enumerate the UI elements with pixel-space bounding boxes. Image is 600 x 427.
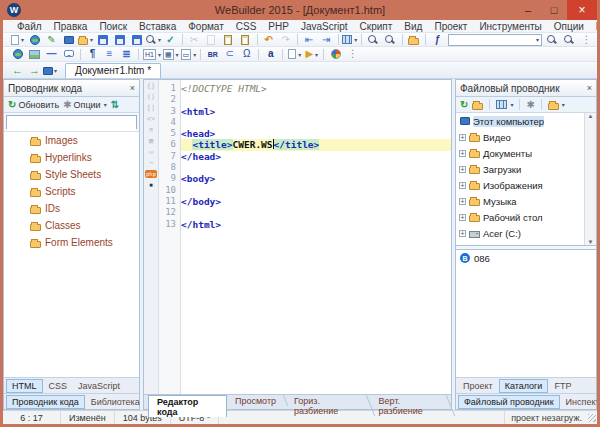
find-next-button[interactable] — [562, 33, 577, 46]
tree-item-images[interactable]: Images — [4, 132, 139, 149]
heading-dropdown[interactable]: H1▾ — [143, 48, 161, 61]
tree-item-classes[interactable]: Classes — [4, 217, 139, 234]
color-picker-button[interactable] — [328, 48, 343, 61]
fe-item-desktop[interactable]: +Рабочий стол — [456, 209, 596, 225]
tab-lang-0[interactable]: HTML — [6, 379, 43, 393]
code-explorer-close-icon[interactable]: × — [130, 83, 135, 93]
toolbar2-overflow-button[interactable]: ⋮ — [345, 48, 360, 61]
spell-check-button[interactable]: ✓ — [163, 33, 178, 46]
fe-options-button[interactable]: ✱ — [525, 100, 535, 110]
quick-insert-dropdown[interactable]: ▶▾ — [304, 48, 319, 61]
options-button[interactable]: ✱ Опции ▾ — [62, 100, 108, 110]
paste-button[interactable] — [221, 33, 236, 46]
resize-grip[interactable] — [588, 414, 596, 422]
frame-icon[interactable]: ▭ — [149, 148, 153, 156]
tree-item-scripts[interactable]: Scripts — [4, 183, 139, 200]
undo-button[interactable]: ↶ — [261, 33, 276, 46]
view-tab-2[interactable]: Гориз. разбиение — [286, 395, 371, 416]
view-tab-1[interactable]: Просмотр — [227, 395, 286, 406]
outdent-button[interactable]: ⇤ — [302, 33, 317, 46]
minimize-button[interactable]: – — [515, 0, 541, 20]
tab-right-bottom-1[interactable]: Инспект — [561, 396, 600, 408]
form-dropdown[interactable]: ▭▾ — [181, 48, 197, 61]
tab-right-bottom-0[interactable]: Файловый проводник — [458, 395, 560, 409]
menu-item-file[interactable]: Файл — [11, 21, 48, 32]
menu-item-tools[interactable]: Инструменты — [473, 21, 547, 32]
expand-icon[interactable]: + — [459, 182, 466, 189]
tree-item-ids[interactable]: IDs — [4, 200, 139, 217]
box-icon[interactable]: ▤ — [149, 137, 153, 145]
fe-item-documents[interactable]: +Документы — [456, 145, 596, 161]
nbsp-button[interactable]: ⊂ — [222, 48, 237, 61]
open-in-browser-button[interactable] — [61, 33, 76, 46]
paragraph-button[interactable]: ¶ — [85, 48, 100, 61]
paste-special-button[interactable] — [238, 33, 253, 46]
file-explorer-close-icon[interactable]: × — [587, 83, 592, 93]
maximize-button[interactable]: □ — [541, 0, 567, 20]
insert-comment-button[interactable] — [61, 48, 76, 61]
menu-item-project[interactable]: Проект — [428, 21, 473, 32]
tab-lang-2[interactable]: JavaScript — [73, 380, 125, 392]
refresh-button[interactable]: ↻ Обновить — [7, 100, 60, 110]
open-file-button[interactable]: ▾ — [78, 33, 93, 46]
close-button[interactable]: × — [567, 0, 597, 20]
tab-right-panel-1[interactable]: Каталоги — [499, 379, 549, 393]
goto-button[interactable]: ƒ — [430, 33, 445, 46]
scroll-down-icon[interactable]: ▼ — [588, 239, 594, 245]
tree-scrollbar[interactable]: ▲ ▼ — [584, 113, 596, 245]
forward-button[interactable]: → — [29, 64, 40, 76]
indent-button[interactable]: ⇥ — [319, 33, 334, 46]
tree-item-form-elements[interactable]: Form Elements — [4, 234, 139, 251]
save-all-button[interactable] — [129, 33, 144, 46]
tab-left-panel-0[interactable]: Проводник кода — [6, 395, 85, 409]
edit-document-button[interactable]: ✎ — [44, 33, 59, 46]
fe-item-this-computer[interactable]: Этот компьютер — [456, 113, 596, 129]
expand-icon[interactable]: + — [459, 198, 466, 205]
tab-left-panel-1[interactable]: Библиотека — [86, 396, 145, 408]
anchor-button[interactable]: a — [263, 48, 278, 61]
expand-icon[interactable]: + — [459, 214, 466, 221]
save-button[interactable] — [95, 33, 110, 46]
horizontal-rule-button[interactable]: — — [44, 48, 59, 61]
fe-item-video[interactable]: +Видео — [456, 129, 596, 145]
quick-search-combo-dropdown-icon[interactable]: ▾ — [536, 36, 539, 43]
new-document-button[interactable]: ▾ — [10, 33, 25, 46]
fe-item-downloads[interactable]: +Загрузки — [456, 161, 596, 177]
save-as-button[interactable] — [112, 33, 127, 46]
parens-icon[interactable]: () — [147, 93, 155, 101]
scroll-up-icon[interactable]: ▲ — [588, 113, 594, 119]
tab-right-panel-0[interactable]: Проект — [458, 380, 498, 392]
browser-select-dropdown-icon[interactable]: ▾ — [54, 67, 57, 74]
tree-item-style-sheets[interactable]: Style Sheets — [4, 166, 139, 183]
preview-button[interactable]: ▾ — [146, 33, 161, 46]
unordered-list-button[interactable]: ≡ — [102, 48, 117, 61]
menu-item-css[interactable]: CSS — [230, 21, 263, 32]
angle-brackets-icon[interactable]: <> — [147, 115, 155, 123]
insert-link-button[interactable] — [10, 48, 25, 61]
menu-item-javascript[interactable]: JavaScript — [295, 21, 354, 32]
braces-icon[interactable]: {} — [147, 82, 155, 90]
fe-view-mode-button[interactable]: ▾ — [495, 100, 514, 109]
back-button[interactable]: ← — [12, 64, 23, 76]
document-tab[interactable]: Документ1.htm * — [65, 63, 161, 78]
menu-item-format[interactable]: Формат — [182, 21, 230, 32]
view-tab-3[interactable]: Верт. разбиение — [371, 395, 451, 416]
lines-icon[interactable]: ≡ — [149, 126, 153, 134]
fe-refresh-button[interactable]: ↻ — [459, 100, 469, 110]
table-dropdown[interactable]: ▦▾ — [163, 48, 179, 61]
device-item[interactable]: B 086 — [456, 250, 596, 266]
menu-item-search[interactable]: Поиск — [93, 21, 133, 32]
menu-item-insert[interactable]: Вставка — [133, 21, 182, 32]
toolbar-overflow-button[interactable]: ⋮ — [579, 33, 594, 46]
menu-item-options[interactable]: Опции — [548, 21, 590, 32]
tab-right-panel-2[interactable]: FTP — [549, 380, 576, 392]
quick-search-combo-input[interactable] — [449, 35, 535, 45]
new-from-template-button[interactable] — [27, 33, 42, 46]
code-area[interactable]: <!DOCTYPE HTML><html><head> <title>CWER.… — [181, 80, 451, 394]
line-break-button[interactable]: BR — [205, 48, 220, 61]
sort-button[interactable]: ⇅ — [110, 100, 120, 110]
dots-icon[interactable]: ⋯ — [149, 159, 153, 167]
brackets-icon[interactable]: [] — [147, 104, 155, 112]
menu-item-macros[interactable]: Макрос — [590, 21, 600, 32]
find-button[interactable] — [366, 33, 381, 46]
